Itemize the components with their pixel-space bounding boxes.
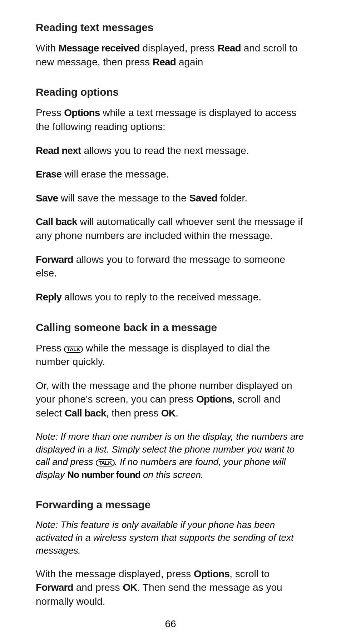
para-forwarding: With the message displayed, press Option…	[36, 567, 305, 609]
bold-no-number-found: No number found	[67, 469, 140, 480]
text: Press	[36, 107, 64, 118]
para-read-next: Read next allows you to read the next me…	[36, 144, 305, 158]
manual-page: Reading text messages With Message recei…	[0, 0, 341, 644]
bold-read-next: Read next	[36, 145, 81, 156]
heading-reading-options: Reading options	[36, 86, 305, 98]
text: allows you to reply to the received mess…	[61, 291, 261, 303]
para-call-back-2: Or, with the message and the phone numbe…	[36, 379, 305, 420]
bold-forward: Forward	[36, 254, 73, 265]
text: folder.	[217, 193, 247, 204]
text: Press	[36, 343, 64, 354]
bold-options: Options	[64, 107, 100, 118]
note-forwarding: Note: This feature is only available if …	[36, 519, 305, 557]
bold-read: Read	[153, 56, 176, 68]
text: , scroll to	[229, 568, 270, 579]
bold-save: Save	[36, 193, 58, 204]
bold-reply: Reply	[36, 291, 61, 303]
text: allows you to forward the message to som…	[36, 254, 285, 279]
bold-options: Options	[194, 568, 229, 579]
text: With	[36, 43, 59, 54]
para-call-back-1: Press TALK while the message is displaye…	[36, 341, 305, 369]
heading-reading-text: Reading text messages	[36, 21, 305, 34]
para-options-intro: Press Options while a text message is di…	[36, 106, 305, 134]
text: will erase the message.	[61, 169, 169, 180]
para-reply: Reply allows you to reply to the receive…	[36, 290, 305, 304]
text: displayed, press	[140, 43, 218, 54]
text: allows you to read the next message.	[81, 145, 249, 156]
page-number: 66	[0, 618, 341, 630]
text: .	[176, 408, 178, 419]
text: With the message displayed, press	[36, 568, 194, 579]
para-reading-text: With Message received displayed, press R…	[36, 41, 305, 69]
para-erase: Erase will erase the message.	[36, 168, 305, 181]
text: , then press	[106, 408, 161, 419]
talk-key-icon: TALK	[96, 459, 115, 466]
text: will save the message to the	[58, 193, 189, 204]
bold-forward: Forward	[36, 582, 73, 593]
text: and press	[73, 582, 123, 593]
bold-ok: OK	[161, 408, 176, 419]
text: again	[176, 56, 203, 68]
bold-message-received: Message received	[59, 43, 140, 54]
bold-erase: Erase	[36, 169, 61, 180]
bold-saved: Saved	[189, 193, 218, 204]
para-forward: Forward allows you to forward the messag…	[36, 253, 305, 280]
bold-options: Options	[196, 394, 232, 405]
text: on this screen.	[140, 469, 203, 480]
para-call-back: Call back will automatically call whoeve…	[36, 215, 305, 243]
bold-call-back: Call back	[65, 408, 106, 419]
bold-read: Read	[218, 43, 241, 54]
para-save: Save will save the message to the Saved …	[36, 191, 305, 205]
talk-key-icon: TALK	[64, 346, 83, 353]
bold-call-back: Call back	[36, 216, 77, 227]
note-call-back: Note: If more than one number is on the …	[36, 430, 305, 482]
heading-forwarding: Forwarding a message	[36, 499, 305, 511]
bold-ok: OK	[123, 582, 137, 593]
heading-call-back: Calling someone back in a message	[36, 321, 305, 334]
